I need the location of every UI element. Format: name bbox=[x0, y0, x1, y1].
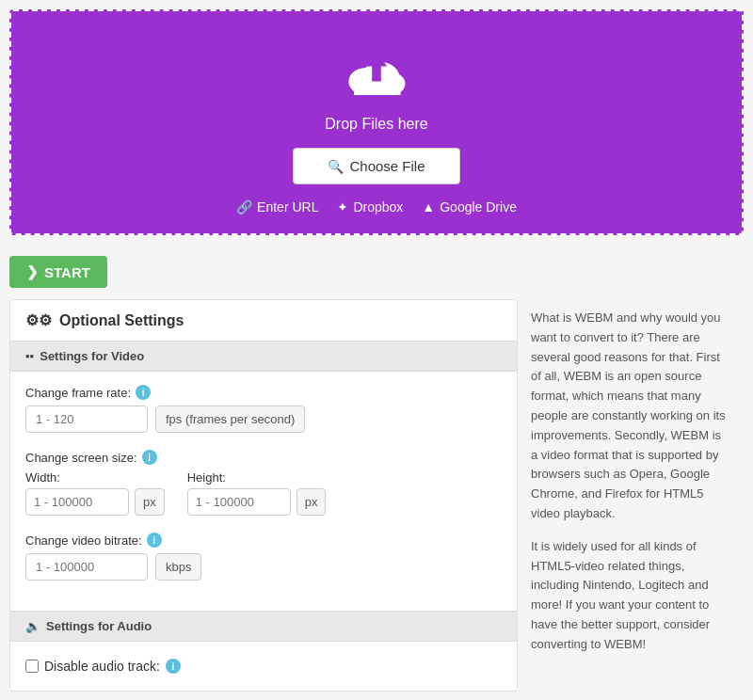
audio-section-body: Disable audio track: i bbox=[10, 642, 517, 691]
height-unit: px bbox=[296, 488, 327, 516]
audio-section-header: 🔈 Settings for Audio bbox=[10, 611, 517, 642]
start-label-top: START bbox=[44, 264, 90, 280]
svg-rect-3 bbox=[354, 82, 401, 95]
link-icon: 🔗 bbox=[236, 199, 252, 215]
bitrate-info-icon[interactable]: i bbox=[147, 533, 162, 548]
dropbox-label: Dropbox bbox=[353, 199, 403, 215]
screen-size-label: Change screen size: i bbox=[25, 450, 502, 465]
height-field: Height: px bbox=[187, 470, 327, 516]
side-text-panel: What is WEBM and why would you want to c… bbox=[518, 299, 744, 700]
bitrate-group: Change video bitrate: i kbps bbox=[25, 533, 502, 581]
height-input-row: px bbox=[187, 488, 327, 516]
bitrate-input[interactable] bbox=[25, 553, 148, 581]
main-content: ⚙⚙ Optional Settings ▪▪ Settings for Vid… bbox=[9, 299, 744, 700]
dropbox-icon: ✦ bbox=[337, 199, 348, 215]
screen-size-row: Width: px Height: px bbox=[25, 470, 502, 516]
video-section-header: ▪▪ Settings for Video bbox=[10, 341, 517, 372]
dropbox-option[interactable]: ✦ Dropbox bbox=[337, 199, 403, 215]
frame-rate-label: Change frame rate: i bbox=[25, 385, 502, 400]
drop-zone[interactable]: Drop Files here 🔍 Choose File 🔗 Enter UR… bbox=[9, 9, 744, 235]
frame-rate-input[interactable] bbox=[25, 406, 148, 433]
width-field: Width: px bbox=[25, 470, 165, 516]
bitrate-input-row: kbps bbox=[25, 553, 502, 581]
settings-title: ⚙⚙ Optional Settings bbox=[10, 300, 517, 341]
extra-options-row: 🔗 Enter URL ✦ Dropbox ▲ Google Drive bbox=[236, 199, 517, 215]
chevron-right-icon: ❯ bbox=[26, 263, 39, 280]
video-section-body: Change frame rate: i fps (frames per sec… bbox=[10, 372, 517, 611]
disable-audio-checkbox[interactable] bbox=[25, 660, 39, 673]
side-text-p2: It is widely used for all kinds of HTML5… bbox=[531, 537, 730, 655]
drop-files-text: Drop Files here bbox=[325, 116, 427, 133]
gear-icon: ⚙⚙ bbox=[25, 311, 52, 329]
google-drive-option[interactable]: ▲ Google Drive bbox=[422, 199, 517, 215]
width-input-row: px bbox=[25, 488, 165, 516]
width-unit: px bbox=[135, 488, 165, 516]
disable-audio-row: Disable audio track: i bbox=[25, 655, 502, 677]
height-label: Height: bbox=[187, 470, 327, 485]
enter-url-option[interactable]: 🔗 Enter URL bbox=[236, 199, 318, 215]
frame-rate-unit: fps (frames per second) bbox=[155, 406, 305, 433]
width-label: Width: bbox=[25, 470, 165, 485]
google-drive-label: Google Drive bbox=[440, 199, 517, 215]
disable-audio-info-icon[interactable]: i bbox=[166, 659, 181, 674]
video-icon: ▪▪ bbox=[25, 349, 34, 363]
audio-icon: 🔈 bbox=[25, 619, 40, 633]
choose-file-label: Choose File bbox=[349, 158, 425, 174]
frame-rate-info-icon[interactable]: i bbox=[136, 385, 151, 400]
bitrate-label: Change video bitrate: i bbox=[25, 533, 502, 548]
side-text-p1: What is WEBM and why would you want to c… bbox=[531, 309, 730, 524]
frame-rate-group: Change frame rate: i fps (frames per sec… bbox=[25, 385, 502, 433]
start-button-top[interactable]: ❯ START bbox=[9, 256, 107, 288]
height-input[interactable] bbox=[187, 488, 291, 516]
screen-size-group: Change screen size: i Width: px Height: bbox=[25, 450, 502, 516]
bitrate-unit: kbps bbox=[155, 553, 201, 581]
enter-url-label: Enter URL bbox=[257, 199, 318, 215]
cloud-upload-icon bbox=[339, 40, 414, 108]
screen-size-info-icon[interactable]: i bbox=[142, 450, 157, 465]
search-icon: 🔍 bbox=[328, 159, 344, 174]
disable-audio-label: Disable audio track: bbox=[44, 659, 160, 674]
frame-rate-input-row: fps (frames per second) bbox=[25, 406, 502, 433]
settings-panel: ⚙⚙ Optional Settings ▪▪ Settings for Vid… bbox=[9, 299, 518, 692]
choose-file-button[interactable]: 🔍 Choose File bbox=[293, 148, 459, 184]
width-input[interactable] bbox=[25, 488, 129, 516]
google-drive-icon: ▲ bbox=[422, 199, 435, 215]
